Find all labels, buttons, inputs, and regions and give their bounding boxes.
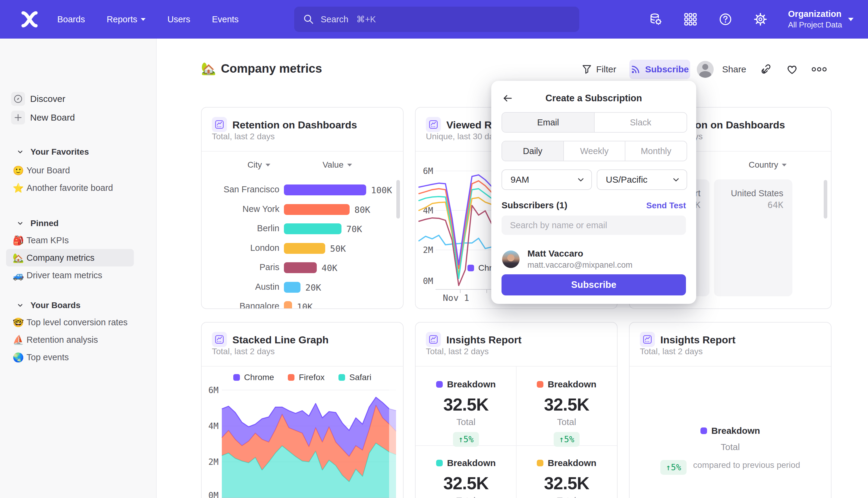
bar-value-label: 10K [297, 302, 312, 309]
bar-value-label: 100K [371, 185, 392, 195]
metric-quadrant: Breakdown32.5KTotal↑5% [516, 458, 617, 498]
bar[interactable] [284, 223, 342, 234]
board-emoji: 🤓 [13, 317, 25, 328]
bar[interactable] [284, 301, 292, 309]
sidebar-item-top-events[interactable]: 🌏Top events [6, 349, 134, 366]
table-row[interactable]: Austin20K [202, 281, 403, 293]
rss-subscribe-icon [630, 64, 641, 75]
subscriber-row: Matt Vaccaro matt.vaccaro@mixpanel.com [502, 248, 632, 270]
send-test-link[interactable]: Send Test [646, 201, 686, 210]
table-row[interactable]: New York80K [202, 204, 403, 215]
scrollbar[interactable] [824, 180, 827, 219]
subscriber-avatar [502, 250, 520, 268]
sidebar-section-your-favorites[interactable]: Your Favorites [0, 145, 156, 159]
tab-weekly[interactable]: Weekly [563, 141, 625, 161]
scrollbar[interactable] [396, 180, 400, 219]
table-row[interactable]: San Francisco100K [202, 184, 403, 196]
table-row[interactable]: Paris40K [202, 262, 403, 274]
bar[interactable] [284, 282, 301, 293]
tab-daily[interactable]: Daily [502, 141, 563, 161]
mixpanel-logo-icon[interactable] [21, 10, 39, 28]
svg-text:6M: 6M [208, 385, 218, 395]
sidebar-item-company-metrics[interactable]: 🏡Company metrics [6, 249, 134, 266]
bar[interactable] [284, 243, 325, 254]
sidebar-section-pinned[interactable]: Pinned [0, 217, 156, 230]
page-title: 🏡 Company metrics [201, 62, 322, 76]
svg-text:6M: 6M [423, 166, 433, 176]
nav-link-events[interactable]: Events [212, 14, 239, 24]
bar-value-label: 40K [322, 263, 337, 273]
sidebar-item-your-board[interactable]: 🙂Your Board [6, 161, 134, 179]
table-row[interactable]: Berlin70K [202, 223, 403, 235]
tab-email[interactable]: Email [502, 113, 594, 132]
card-retention-dashboards: Retention on Dashboards Total, last 2 da… [201, 107, 403, 309]
modal-subscribe-button[interactable]: Subscribe [502, 274, 686, 296]
card-stacked-line-graph: Stacked Line Graph Total, last 2 days Ch… [201, 322, 403, 498]
share-button[interactable]: Share [722, 60, 746, 79]
card-insights-single: Insights Report Total, last 2 days Break… [629, 322, 831, 498]
series-color-dot [700, 428, 707, 434]
board-emoji: 🙂 [13, 165, 25, 176]
user-avatar[interactable] [697, 61, 714, 78]
more-options-icon[interactable] [811, 60, 827, 79]
series-color-dot [537, 381, 544, 388]
country-cell[interactable]: United States64K [714, 179, 792, 296]
caret-down-icon [141, 18, 146, 21]
bar[interactable] [284, 204, 350, 215]
bar[interactable] [284, 262, 317, 273]
bar-category-label: San Francisco [204, 184, 279, 194]
bar-category-label: Austin [204, 282, 279, 292]
delta-badge: ↑5% [453, 432, 479, 447]
app: BoardsReportsUsersEvents Search ⌘+K [0, 0, 868, 498]
board-emoji: 🏡 [13, 253, 25, 263]
svg-text:0M: 0M [208, 490, 218, 498]
frequency-tabs: DailyWeeklyMonthly [502, 141, 687, 161]
sidebar-item-another-favorite-board[interactable]: ⭐Another favorite board [6, 179, 134, 197]
metric-value: 32.5K [516, 394, 617, 415]
filter-button[interactable]: Filter [582, 60, 616, 79]
settings-gear-icon[interactable] [753, 12, 767, 27]
sidebar-item-driver-team-metrics[interactable]: 🚙Driver team metrics [6, 266, 134, 284]
caret-down-icon [848, 18, 854, 21]
nav-link-boards[interactable]: Boards [57, 14, 85, 24]
bar[interactable] [284, 184, 366, 195]
column-header-city[interactable]: City [235, 160, 283, 170]
svg-text:0M: 0M [423, 276, 433, 286]
bar-value-label: 20K [305, 283, 321, 293]
nav-link-reports[interactable]: Reports [107, 14, 146, 24]
favorite-heart-icon[interactable] [786, 60, 798, 79]
chevron-down-icon [672, 176, 680, 184]
table-row[interactable]: Bangalore10K [202, 301, 403, 309]
nav-link-users[interactable]: Users [167, 14, 190, 24]
sidebar-item-team-kpis[interactable]: 🎒Team KPIs [6, 232, 134, 249]
column-header-value[interactable]: Value [310, 160, 364, 170]
time-select[interactable]: 9AM [502, 169, 592, 190]
metric-quadrant: Breakdown32.5KTotal↑5% [416, 379, 516, 447]
sidebar-item-top-level-conversion-rates[interactable]: 🤓Top level conversion rates [6, 314, 134, 331]
svg-text:4M: 4M [423, 206, 433, 215]
card-subtitle: Unique, last 30 days [426, 132, 503, 141]
copy-link-icon[interactable] [761, 60, 772, 79]
apps-grid-icon[interactable] [683, 12, 698, 27]
table-row[interactable]: London50K [202, 243, 403, 254]
data-management-icon[interactable] [648, 12, 663, 27]
tab-monthly[interactable]: Monthly [625, 141, 686, 161]
column-header-country[interactable]: Country [740, 160, 795, 170]
timezone-select[interactable]: US/Pacific [597, 169, 687, 190]
org-switcher[interactable]: Organization All Project Data [788, 9, 854, 29]
card-subtitle: Total, last 2 days [212, 132, 275, 141]
help-icon[interactable] [718, 12, 733, 27]
card-title: Insights Report [446, 334, 521, 346]
sidebar-section-your-boards[interactable]: Your Boards [0, 299, 156, 312]
metric-caption: Total [516, 496, 617, 498]
sidebar-item-retention-analysis[interactable]: ⛵Retention analysis [6, 331, 134, 349]
metric-value: 32.5K [516, 473, 617, 493]
sidebar-new-board[interactable]: New Board [0, 108, 156, 127]
tab-slack[interactable]: Slack [594, 113, 686, 132]
subscribe-button[interactable]: Subscribe [629, 60, 690, 79]
report-chart-icon [212, 332, 227, 347]
subscriber-search-input[interactable] [502, 215, 686, 235]
sidebar-discover[interactable]: Discover [0, 89, 156, 108]
search-input[interactable]: Search ⌘+K [294, 6, 579, 32]
metric-breakdown-label: Breakdown [416, 458, 516, 468]
